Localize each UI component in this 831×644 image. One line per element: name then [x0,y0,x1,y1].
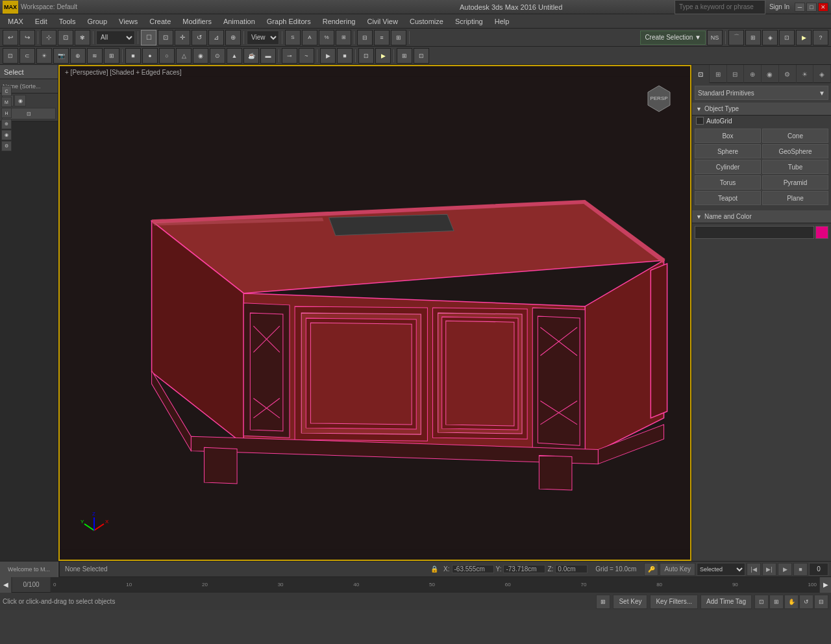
welcome-button[interactable]: Welcome to M... [0,562,58,577]
auto-key-button[interactable]: Auto Key [660,563,695,576]
pyramid-tool[interactable]: ▲ [227,48,242,64]
menu-edit[interactable]: Edit [30,16,53,27]
color-swatch[interactable] [815,226,828,239]
curve-editor-button[interactable]: ⌒ [728,30,744,45]
zoom-region-button[interactable]: ⊞ [769,595,784,609]
key-icon[interactable]: 🔑 [644,563,658,576]
rp-tab-modify[interactable]: ⊞ [710,65,727,83]
orbit-button[interactable]: ↺ [799,595,813,609]
menu-rendering[interactable]: Rendering [317,16,361,27]
menu-tools[interactable]: Tools [54,16,81,27]
quick-render-button[interactable]: ▶ [375,48,391,64]
current-frame-input[interactable]: 0 [809,563,828,576]
rp-tab-display[interactable]: ◉ [762,65,779,83]
play-anim-ctrl-button[interactable]: ▶ [778,563,792,576]
render-button[interactable]: ▶ [796,30,812,45]
box-tool[interactable]: ■ [125,48,141,64]
maximize-button[interactable]: □ [806,3,817,12]
viewport-cube[interactable]: PERSP [641,79,677,115]
help-button[interactable]: ? [813,30,828,45]
geometry-tool[interactable]: ⊡ [3,48,18,64]
create-tab[interactable]: C [1,86,12,96]
tube-button[interactable]: Tube [762,160,828,174]
undo-button[interactable]: ↩ [3,30,18,45]
create-selection-dropdown[interactable]: Create Selection ▼ [640,31,706,45]
key-filters-button[interactable]: Key Filters... [650,595,698,609]
set-key-button[interactable]: Set Key [613,595,647,609]
align-button[interactable]: ≡ [374,30,390,45]
stop-anim-ctrl-button[interactable]: ■ [793,563,808,576]
viewport[interactable]: + [Perspective] [Shaded + Edged Faces] [58,65,691,561]
close-button[interactable]: ✕ [818,3,828,12]
hierarchy-tab[interactable]: H [1,108,12,118]
name-color-header[interactable]: ▼ Name and Color [692,210,831,223]
menu-scripting[interactable]: Scripting [450,16,488,27]
teapot-tool[interactable]: ☕ [243,48,259,64]
next-key-button[interactable]: ▶| [762,563,776,576]
cameras-tool[interactable]: 📷 [53,48,69,64]
sphere-tool[interactable]: ● [142,48,158,64]
zoom-extents-button[interactable]: ⊡ [754,595,769,609]
layer-button[interactable]: ⊞ [391,30,406,45]
plane-tool[interactable]: ▬ [260,48,276,64]
tube-tool[interactable]: ⊙ [210,48,225,64]
autogrid-checkbox[interactable] [696,117,704,125]
cylinder-tool[interactable]: ○ [159,48,175,64]
rotate-tool-button[interactable]: ↺ [192,30,207,45]
key-mode-select[interactable]: Selected [697,563,745,576]
view-dropdown[interactable]: View World Local [247,31,279,45]
menu-modifiers[interactable]: Modifiers [177,16,217,27]
move-tool-button[interactable]: ✛ [175,30,190,45]
filter-dropdown[interactable]: All Geometry Shapes [96,31,135,45]
helpers-tool[interactable]: ⊕ [70,48,86,64]
lights-tool[interactable]: ☀ [36,48,52,64]
display-tab[interactable]: ◉ [1,130,12,140]
place-tool-button[interactable]: ⊕ [225,30,241,45]
box-button[interactable]: Box [695,129,761,143]
category-dropdown[interactable]: Standard Primitives ▼ [695,86,828,100]
spacewarps-tool[interactable]: ≋ [87,48,103,64]
shapes-tool[interactable]: ⊂ [19,48,35,64]
systems-tool[interactable]: ⊞ [104,48,119,64]
render-setup-button[interactable]: ⊡ [779,30,795,45]
display-icon[interactable]: ◉ [14,95,26,106]
percent-snap-button[interactable]: % [319,30,334,45]
rp-tab-utilities[interactable]: ⚙ [779,65,797,83]
loft-tool[interactable]: ⊸ [282,48,297,64]
cone-tool[interactable]: △ [176,48,192,64]
maximize-viewport-button[interactable]: ⊡ [414,48,429,64]
prev-key-button[interactable]: |◀ [747,563,761,576]
select-tool-button[interactable]: ☐ [141,30,156,45]
toggle-anim-button[interactable]: ⊞ [596,595,610,609]
rp-btn-2[interactable]: ◈ [813,65,831,83]
object-name-input[interactable] [695,226,814,239]
menu-customize[interactable]: Customize [404,16,449,27]
pan-button[interactable]: ✋ [784,595,799,609]
timeline-next-button[interactable]: ▶ [819,577,831,593]
timeline-prev-button[interactable]: ◀ [0,577,12,593]
geosphere-button[interactable]: GeoSphere [762,144,828,158]
menu-help[interactable]: Help [490,16,515,27]
menu-civil-view[interactable]: Civil View [362,16,403,27]
motion-tab[interactable]: ⊕ [1,119,12,129]
select-object-button[interactable]: ⊹ [41,30,56,45]
scale-tool-button[interactable]: ⊿ [208,30,224,45]
snap-toggle-button[interactable]: S [285,30,301,45]
menu-animation[interactable]: Animation [218,16,260,27]
object-type-header[interactable]: ▼ Object Type [692,103,831,116]
angle-snap-button[interactable]: A [302,30,317,45]
sign-in-button[interactable]: Sign In [769,3,789,10]
mirror-button[interactable]: ⊟ [357,30,373,45]
geosphere-tool[interactable]: ◉ [193,48,208,64]
material-editor-button[interactable]: ◈ [762,30,778,45]
menu-views[interactable]: Views [114,16,143,27]
menu-max[interactable]: MAX [3,16,29,27]
stop-anim-button[interactable]: ■ [337,48,353,64]
rp-tab-hierarchy[interactable]: ⊟ [727,65,745,83]
select-region-button[interactable]: ⊡ [58,30,73,45]
minimize-button[interactable]: ─ [795,3,805,12]
lasso-select-button[interactable]: ✾ [75,30,90,45]
maximize-viewport-btn[interactable]: ⊟ [814,595,828,609]
menu-group[interactable]: Group [82,16,113,27]
spinner-snap-button[interactable]: ⊞ [336,30,351,45]
